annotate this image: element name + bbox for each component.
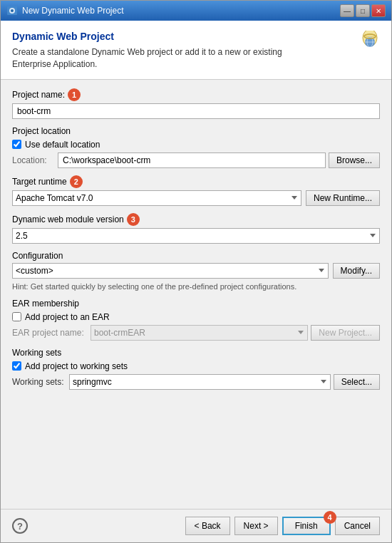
finish-button-wrapper: Finish 4 [282,517,331,535]
step4-badge: 4 [324,511,336,524]
working-sets-group: Working sets Add project to working sets… [12,348,380,390]
working-sets-section-label: Working sets [12,348,380,358]
configuration-label: Configuration [12,251,380,261]
runtime-select[interactable]: Apache Tomcat v7.0 [12,190,301,206]
back-button[interactable]: < Back [185,517,230,535]
ear-project-row: EAR project name: boot-crmEAR New Projec… [12,325,380,341]
close-button[interactable]: ✕ [371,4,386,17]
maximize-button[interactable]: □ [356,4,370,17]
project-name-label: Project name: [12,90,65,100]
minimize-button[interactable]: — [340,4,354,17]
configuration-group: Configuration <custom> Modify... Hint: G… [12,251,380,291]
project-name-input[interactable] [12,103,380,119]
ear-checkbox-label[interactable]: Add project to an EAR [25,312,110,322]
main-window: New Dynamic Web Project — □ ✕ Dynamic We… [0,0,392,543]
modify-button[interactable]: Modify... [333,263,380,279]
new-project-button[interactable]: New Project... [311,325,380,341]
cancel-button[interactable]: Cancel [335,517,380,535]
target-runtime-group: Target runtime 2 Apache Tomcat v7.0 New … [12,175,380,206]
project-location-group: Project location Use default location Lo… [12,126,380,168]
title-buttons: — □ ✕ [340,4,386,17]
configuration-row: <custom> Modify... [12,263,380,279]
location-section-label: Project location [12,126,380,136]
module-version-row: 2.5 3.0 3.1 [12,228,380,244]
runtime-label: Target runtime [12,177,67,187]
new-runtime-button[interactable]: New Runtime... [306,190,380,206]
step2-badge: 2 [70,175,83,188]
working-sets-row: Working sets: springmvc Select... [12,374,380,390]
working-sets-checkbox-label[interactable]: Add project to working sets [25,361,128,371]
footer-buttons: < Back Next > Finish 4 Cancel [185,517,380,535]
module-version-group: Dynamic web module version 3 2.5 3.0 3.1 [12,213,380,244]
step3-badge: 3 [127,213,140,226]
help-button[interactable]: ? [12,518,28,534]
location-row: Location: Browse... [12,152,380,168]
ear-project-select[interactable]: boot-crmEAR [91,325,308,341]
step1-badge: 1 [68,88,81,101]
location-input[interactable] [58,152,326,168]
select-working-sets-button[interactable]: Select... [334,374,380,390]
configuration-hint: Hint: Get started quickly by selecting o… [12,281,380,291]
next-button[interactable]: Next > [234,517,278,535]
ear-project-name-label: EAR project name: [12,328,88,338]
project-name-group: Project name: 1 [12,88,380,119]
ear-checkbox-row: Add project to an EAR [12,312,380,322]
finish-button[interactable]: Finish [282,517,331,535]
dialog-footer: ? < Back Next > Finish 4 Cancel [1,509,391,542]
working-sets-label: Working sets: [12,377,66,387]
form-area: Project name: 1 Project location Use def… [1,80,391,509]
configuration-select[interactable]: <custom> [12,263,329,279]
default-location-label[interactable]: Use default location [25,140,100,150]
default-location-row: Use default location [12,140,380,150]
dialog-title: Dynamic Web Project [12,31,283,42]
dialog-header: Dynamic Web Project Create a standalone … [1,21,391,80]
dialog-description: Create a standalone Dynamic Web project … [12,46,283,71]
svg-point-2 [11,9,14,12]
module-version-label: Dynamic web module version [12,214,124,224]
ear-checkbox[interactable] [12,312,21,321]
header-icon [346,31,380,65]
browse-button[interactable]: Browse... [329,152,380,168]
working-sets-checkbox[interactable] [12,361,21,371]
window-title: New Dynamic Web Project [22,6,124,16]
title-bar: New Dynamic Web Project — □ ✕ [1,1,391,21]
runtime-row: Apache Tomcat v7.0 New Runtime... [12,190,380,206]
working-sets-select[interactable]: springmvc [69,374,331,390]
header-text: Dynamic Web Project Create a standalone … [12,31,283,71]
working-sets-checkbox-row: Add project to working sets [12,361,380,371]
ear-section-label: EAR membership [12,299,380,309]
ear-membership-group: EAR membership Add project to an EAR EAR… [12,299,380,341]
title-bar-left: New Dynamic Web Project [6,5,124,16]
module-version-select[interactable]: 2.5 3.0 3.1 [12,228,380,244]
default-location-checkbox[interactable] [12,140,21,149]
location-label: Location: [12,155,55,165]
window-icon [6,5,18,16]
